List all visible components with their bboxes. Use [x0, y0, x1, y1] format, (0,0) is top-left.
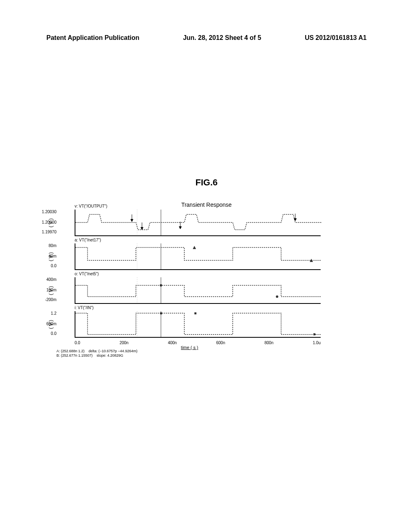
trace-label: i: VT("/IN") — [75, 305, 94, 310]
figure-title: FIG.6 — [0, 177, 413, 188]
plot-box — [75, 210, 321, 236]
header-right: US 2012/0161813 A1 — [305, 34, 367, 42]
header-center: Jun. 28, 2012 Sheet 4 of 5 — [183, 34, 261, 42]
xtick: 400n — [168, 341, 177, 345]
ytick: 100m — [40, 288, 56, 292]
ytick: 1.20030 — [40, 210, 56, 214]
svg-rect-22 — [313, 333, 315, 335]
xtick: 600n — [216, 341, 225, 345]
plot-box — [75, 311, 321, 338]
xtick: 0.0 — [75, 341, 80, 345]
subplot-output: v: VT("/OUTPUT") ( V ) 1.20030 1.20000 1… — [58, 210, 321, 236]
ytick: 1.2 — [40, 311, 56, 316]
ytick: -200m — [40, 297, 56, 302]
plot-svg — [75, 311, 321, 337]
plot-svg — [75, 243, 321, 269]
x-ticks: 0.0 200n 400n 600n 800n 1.0u — [75, 341, 321, 345]
trace-label: o: VT("/net5") — [75, 272, 99, 276]
x-axis-label: time ( s ) — [181, 345, 198, 350]
xtick: 200n — [119, 341, 128, 345]
svg-marker-3 — [131, 219, 133, 222]
chart-title: Transient Response — [0, 202, 413, 208]
plot-box — [75, 277, 321, 304]
subplot-in: i: VT("/IN") ( V ) 1.2 600m 0.0 0.0 200n… — [58, 311, 321, 338]
ytick: 600m — [40, 322, 56, 326]
svg-rect-21 — [194, 312, 196, 314]
ytick: 1.19970 — [40, 230, 56, 234]
ytick: 0.0 — [40, 264, 56, 268]
trace-label: v: VT("/OUTPUT") — [75, 204, 107, 208]
ytick: 1.20000 — [40, 220, 56, 224]
trace-label: a: VT("/net17") — [75, 238, 101, 242]
svg-point-17 — [276, 295, 278, 298]
svg-marker-5 — [141, 227, 143, 230]
footer-notes: A: (252.688n 1.2) delta: (−10.6757p −44.… — [56, 349, 138, 358]
chart-area: v: VT("/OUTPUT") ( V ) 1.20030 1.20000 1… — [58, 210, 321, 339]
svg-marker-12 — [193, 246, 196, 249]
xtick: 1.0u — [313, 341, 320, 345]
ytick: 0.0 — [40, 331, 56, 336]
ytick: 80m — [40, 243, 56, 248]
ytick: 400m — [40, 277, 56, 282]
svg-marker-7 — [179, 227, 181, 229]
page-header: Patent Application Publication Jun. 28, … — [46, 34, 367, 42]
xtick: 800n — [265, 341, 273, 345]
svg-rect-20 — [160, 312, 162, 314]
subplot-net17: a: VT("/net17") ( V ) 80m 40m 0.0 — [58, 243, 321, 270]
ytick: 40m — [40, 254, 56, 258]
plot-box — [75, 243, 321, 270]
plot-svg — [75, 277, 321, 303]
plot-svg — [75, 210, 321, 235]
svg-point-16 — [160, 284, 162, 287]
header-left: Patent Application Publication — [46, 34, 140, 42]
subplot-net5: o: VT("/net5") ( V ) 400m 100m -200m — [58, 277, 321, 304]
